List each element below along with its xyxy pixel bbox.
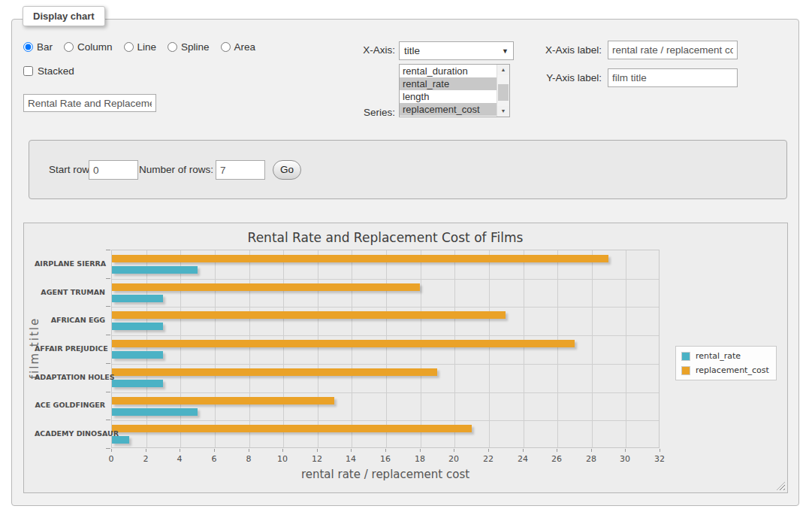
series-list-label: Series: (309, 107, 395, 118)
stacked-checkbox[interactable] (23, 66, 33, 76)
bar-replacement_cost (112, 397, 334, 404)
gridline (112, 392, 659, 393)
legend-label: rental_rate (696, 351, 741, 361)
radio-area-input[interactable] (221, 42, 231, 52)
chart-x-axis-title: rental rate / replacement cost (111, 468, 660, 481)
radio-spline-label: Spline (181, 41, 210, 53)
radio-bar-input[interactable] (23, 42, 33, 52)
gridline (112, 335, 659, 336)
gridline (215, 250, 216, 447)
stacked-checkbox-row[interactable]: Stacked (23, 65, 74, 77)
number-of-rows-label: Number of rows: (139, 164, 213, 175)
chart-title-input[interactable] (23, 94, 156, 112)
y-category-label: ACE GOLDFINGER (35, 401, 105, 409)
radio-column-input[interactable] (64, 42, 74, 52)
bar-rental_rate (112, 351, 163, 359)
radio-area[interactable]: Area (221, 41, 256, 53)
panel-title: Display chart (23, 6, 105, 26)
x-tick-label: 32 (648, 454, 671, 464)
y-category-label: AGENT TRUMAN (35, 288, 105, 296)
radio-bar-label: Bar (37, 41, 53, 53)
y-category-label: AFRICAN EGG (35, 316, 105, 324)
chart-container: Rental Rate and Replacement Cost of Film… (23, 223, 788, 493)
bar-replacement_cost (112, 311, 506, 319)
x-axis-select-value: title (404, 45, 502, 56)
x-tick (214, 449, 215, 452)
bar-replacement_cost (112, 425, 472, 432)
go-button[interactable]: Go (273, 160, 301, 180)
x-tick-label: 18 (409, 454, 431, 464)
y-tick (106, 392, 110, 392)
x-axis-label-input[interactable] (608, 41, 738, 59)
radio-area-label: Area (234, 41, 256, 53)
legend-swatch-rental_rate (681, 352, 690, 361)
x-tick-label: 26 (545, 454, 568, 464)
number-of-rows-input[interactable] (216, 160, 265, 180)
gridline (283, 250, 284, 447)
radio-column[interactable]: Column (64, 41, 113, 53)
bar-rental_rate (112, 408, 198, 416)
series-option-replacement-cost[interactable]: replacement_cost (400, 103, 497, 116)
row-range-panel: Start row: Number of rows: Go (29, 140, 787, 199)
x-tick (591, 449, 592, 452)
x-tick-label: 2 (134, 454, 157, 464)
chart-legend: rental_ratereplacement_cost (675, 346, 777, 380)
bar-rental_rate (112, 295, 163, 302)
gridline (318, 250, 318, 447)
gridline (421, 250, 421, 447)
series-option-length[interactable]: length (400, 90, 497, 103)
legend-swatch-replacement_cost (681, 366, 690, 375)
gridline (454, 250, 455, 447)
series-option-rental-rate[interactable]: rental_rate (400, 77, 497, 90)
scrollbar-down-icon[interactable]: ▼ (497, 106, 509, 117)
x-tick-label: 30 (614, 454, 636, 464)
x-tick (557, 449, 557, 452)
gridline (112, 420, 659, 421)
x-tick (625, 449, 626, 452)
gridline (557, 250, 558, 447)
radio-line[interactable]: Line (124, 41, 157, 53)
x-tick (454, 449, 454, 452)
chart-plot-area (111, 250, 660, 448)
radio-spline[interactable]: Spline (168, 41, 210, 53)
gridline (524, 250, 524, 447)
radio-line-label: Line (137, 41, 157, 53)
x-tick-label: 12 (306, 454, 328, 464)
legend-item: rental_rate (676, 349, 776, 363)
gridline (249, 250, 250, 447)
y-category-label: ACADEMY DINOSAUR (35, 429, 105, 438)
x-tick-label: 28 (580, 454, 602, 464)
y-tick (106, 250, 110, 250)
gridline (112, 279, 659, 280)
x-tick-label: 0 (100, 454, 122, 464)
x-tick (180, 449, 180, 452)
x-tick (317, 449, 318, 452)
radio-line-input[interactable] (124, 42, 134, 52)
bar-rental_rate (112, 380, 163, 387)
gridline (592, 250, 593, 447)
y-axis-label-label: Y-Axis label: (493, 72, 602, 83)
x-tick (249, 449, 249, 452)
y-category-label: AFFAIR PREJUDICE (35, 344, 105, 353)
chart-title: Rental Rate and Replacement Cost of Film… (111, 230, 660, 245)
bar-replacement_cost (112, 368, 437, 376)
x-tick (146, 449, 146, 452)
series-option-rental-duration[interactable]: rental_duration (400, 65, 497, 77)
x-tick (385, 449, 386, 452)
chart-type-radio-group: Bar Column Line Spline Area (23, 41, 255, 53)
x-tick-label: 6 (203, 454, 225, 464)
x-tick-label: 10 (271, 454, 294, 464)
x-tick (660, 449, 660, 452)
radio-spline-input[interactable] (168, 42, 177, 52)
x-tick (282, 449, 283, 452)
start-row-input[interactable] (89, 160, 138, 180)
resize-grip-icon[interactable] (777, 482, 785, 490)
radio-bar[interactable]: Bar (23, 41, 53, 53)
scrollbar-thumb[interactable] (498, 84, 509, 101)
x-tick-label: 8 (237, 454, 260, 464)
y-axis-label-input[interactable] (608, 68, 738, 87)
x-tick (488, 449, 489, 452)
y-tick (106, 335, 110, 335)
legend-label: replacement_cost (696, 365, 769, 375)
gridline (352, 250, 352, 447)
